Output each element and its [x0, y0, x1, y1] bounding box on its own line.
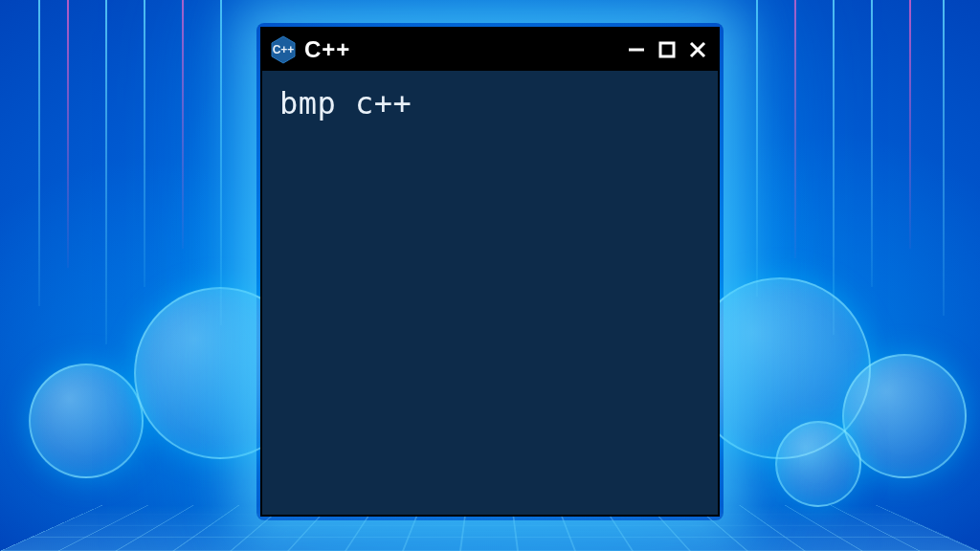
maximize-button[interactable]: [657, 39, 678, 60]
cpp-icon-label: C++: [271, 35, 296, 64]
svg-rect-2: [660, 43, 674, 56]
content-text: bmp c++: [279, 85, 412, 121]
minimize-button[interactable]: [626, 39, 647, 60]
window-title: C++: [304, 36, 350, 63]
app-window: C++ C++ bmp c++: [260, 27, 720, 517]
cpp-icon: C++: [270, 36, 297, 63]
titlebar[interactable]: C++ C++: [262, 29, 718, 71]
window-content[interactable]: bmp c++: [262, 71, 718, 515]
close-button[interactable]: [687, 39, 708, 60]
window-controls: [626, 39, 708, 60]
